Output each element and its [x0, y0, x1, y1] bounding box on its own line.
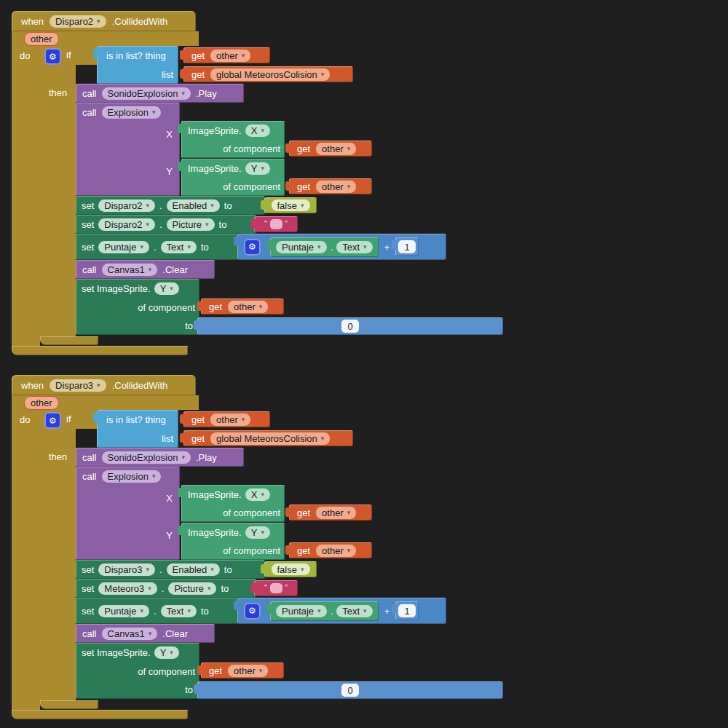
number-block[interactable]: 0 [197, 317, 503, 335]
property-dropdown[interactable]: X ▾ [245, 488, 270, 501]
get-other-block[interactable]: get other ▾ [289, 505, 372, 521]
imagesprite-x-getter-block[interactable]: ImageSprite. X ▾ of component [181, 485, 285, 522]
number-block[interactable]: 1 [395, 237, 419, 256]
imagesprite-y-getter-block[interactable]: ImageSprite. Y ▾ of component [181, 159, 285, 196]
set-text-block[interactable]: set Puntaje ▾ . Text ▾ to [76, 234, 238, 260]
get-global-list-block[interactable]: get global MeteorosColision ▾ [183, 66, 353, 82]
number-field[interactable]: 0 [341, 320, 359, 333]
number-field[interactable]: 1 [398, 604, 416, 617]
call-clear-block[interactable]: call Canvas1 ▾ .Clear [76, 260, 215, 279]
logic-false-block[interactable]: false ▾ [264, 197, 317, 213]
property-dropdown[interactable]: Text ▾ [336, 241, 372, 253]
set-picture-block[interactable]: set Meteoro3 ▾ . Picture ▾ to [76, 579, 256, 598]
if-block[interactable]: ⚙ if then is in list? thing list get oth… [40, 410, 448, 710]
if-block[interactable]: ⚙ if then is in list? thing list get oth… [40, 46, 448, 346]
component-dropdown[interactable]: Explosion ▾ [102, 106, 162, 119]
string-field[interactable] [270, 583, 282, 593]
get-other-block[interactable]: get other ▾ [201, 298, 284, 314]
property-dropdown[interactable]: Text ▾ [161, 605, 197, 617]
property-dropdown[interactable]: Text ▾ [336, 605, 372, 617]
property-dropdown[interactable]: Picture ▾ [167, 218, 215, 231]
empty-string-block[interactable]: “ ” [254, 580, 298, 596]
component-dropdown[interactable]: Disparo3 ▾ [50, 379, 106, 392]
number-block[interactable]: 0 [197, 681, 503, 699]
get-other-block[interactable]: get other ▾ [183, 47, 270, 63]
set-any-imagesprite-y-block[interactable]: set ImageSprite. Y ▾ of component to [76, 643, 381, 699]
component-dropdown[interactable]: SonidoExplosion ▾ [102, 87, 191, 100]
call-clear-block[interactable]: call Canvas1 ▾ .Clear [76, 624, 215, 643]
addition-block[interactable]: ⚙ Puntaje ▾ . Text ▾ + [237, 598, 446, 624]
number-field[interactable]: 1 [398, 240, 416, 253]
param-other-pill[interactable]: other [24, 396, 59, 410]
component-dropdown[interactable]: Canvas1 ▾ [102, 628, 158, 640]
call-explosion-body[interactable]: call Explosion ▾ X Y [76, 103, 180, 196]
set-any-imagesprite-y-block[interactable]: set ImageSprite. Y ▾ of component to [76, 279, 381, 335]
when-collidedwith-block[interactable]: when Disparo3 ▾ .CollidedWith other do ⚙… [12, 375, 456, 720]
event-header[interactable]: when Disparo2 ▾ .CollidedWith [12, 11, 196, 31]
variable-dropdown[interactable]: other ▾ [227, 664, 269, 678]
logic-dropdown[interactable]: false ▾ [272, 563, 310, 575]
number-field[interactable]: 0 [341, 684, 359, 697]
variable-dropdown[interactable]: other ▾ [315, 544, 357, 558]
variable-dropdown[interactable]: global MeteorosColision ▾ [210, 432, 331, 446]
number-block[interactable]: 1 [395, 601, 419, 620]
component-dropdown[interactable]: Canvas1 ▾ [102, 264, 158, 276]
property-dropdown[interactable]: Y ▾ [245, 526, 270, 539]
property-dropdown[interactable]: Enabled ▾ [167, 563, 220, 576]
get-other-block[interactable]: get other ▾ [289, 542, 372, 558]
variable-dropdown[interactable]: other ▾ [210, 413, 251, 427]
variable-dropdown[interactable]: global MeteorosColision ▾ [210, 68, 331, 82]
call-explosion-body[interactable]: call Explosion ▾ X Y [76, 467, 180, 560]
mutator-gear-icon[interactable]: ⚙ [244, 239, 261, 256]
get-other-block[interactable]: get other ▾ [201, 662, 284, 678]
set-picture-block[interactable]: set Disparo2 ▾ . Picture ▾ to [76, 215, 256, 234]
mutator-gear-icon[interactable]: ⚙ [244, 603, 261, 620]
call-explosion-block[interactable]: call Explosion ▾ X Y ImageSprite. [76, 103, 440, 196]
mutator-gear-icon[interactable]: ⚙ [44, 48, 61, 65]
is-in-list-block[interactable]: is in list? thing list [97, 46, 178, 84]
component-dropdown[interactable]: Puntaje ▾ [98, 605, 149, 617]
property-dropdown[interactable]: X ▾ [245, 124, 270, 137]
set-any-body[interactable]: set ImageSprite. Y ▾ of component to [76, 643, 199, 699]
component-dropdown[interactable]: Meteoro3 ▾ [98, 582, 157, 595]
call-explosion-block[interactable]: call Explosion ▾ X Y ImageSprite. [76, 467, 440, 560]
mutator-gear-icon[interactable]: ⚙ [44, 412, 61, 429]
component-dropdown[interactable]: Disparo3 ▾ [98, 563, 155, 576]
component-dropdown[interactable]: Disparo2 ▾ [50, 15, 106, 28]
variable-dropdown[interactable]: other ▾ [315, 180, 357, 194]
component-dropdown[interactable]: Disparo2 ▾ [98, 218, 155, 231]
get-global-list-block[interactable]: get global MeteorosColision ▾ [183, 430, 353, 446]
call-play-block[interactable]: call SonidoExplosion ▾ .Play [76, 84, 244, 103]
addition-block[interactable]: ⚙ Puntaje ▾ . Text ▾ + [237, 234, 446, 260]
is-in-list-block[interactable]: is in list? thing list [97, 410, 178, 448]
empty-string-block[interactable]: “ ” [254, 216, 298, 232]
set-any-body[interactable]: set ImageSprite. Y ▾ of component to [76, 279, 199, 335]
component-dropdown[interactable]: Puntaje ▾ [276, 605, 327, 617]
variable-dropdown[interactable]: other ▾ [315, 142, 357, 156]
property-dropdown[interactable]: Enabled ▾ [167, 199, 220, 212]
set-enabled-block[interactable]: set Disparo2 ▾ . Enabled ▾ to [76, 196, 265, 215]
imagesprite-x-getter-block[interactable]: ImageSprite. X ▾ of component [181, 121, 285, 158]
variable-dropdown[interactable]: other ▾ [227, 300, 269, 314]
logic-dropdown[interactable]: false ▾ [272, 199, 310, 211]
get-other-block[interactable]: get other ▾ [183, 411, 270, 427]
get-other-block[interactable]: get other ▾ [289, 141, 372, 157]
property-dropdown[interactable]: Text ▾ [161, 241, 197, 253]
component-dropdown[interactable]: Puntaje ▾ [98, 241, 149, 253]
call-play-block[interactable]: call SonidoExplosion ▾ .Play [76, 448, 244, 467]
when-collidedwith-block[interactable]: when Disparo2 ▾ .CollidedWith other do ⚙… [12, 11, 456, 356]
property-dropdown[interactable]: Picture ▾ [168, 582, 216, 595]
component-dropdown[interactable]: SonidoExplosion ▾ [102, 451, 191, 464]
property-dropdown[interactable]: Y ▾ [245, 162, 270, 175]
param-other-pill[interactable]: other [24, 32, 59, 46]
puntaje-text-getter-block[interactable]: Puntaje ▾ . Text ▾ [270, 237, 379, 257]
property-dropdown[interactable]: Y ▾ [154, 646, 179, 659]
logic-false-block[interactable]: false ▾ [264, 561, 317, 577]
component-dropdown[interactable]: Disparo2 ▾ [98, 199, 155, 212]
blocks-canvas[interactable]: when Disparo2 ▾ .CollidedWith other do ⚙… [0, 0, 728, 728]
component-dropdown[interactable]: Explosion ▾ [102, 470, 162, 483]
variable-dropdown[interactable]: other ▾ [315, 506, 357, 520]
get-other-block[interactable]: get other ▾ [289, 178, 372, 194]
set-text-block[interactable]: set Puntaje ▾ . Text ▾ to [76, 598, 238, 624]
set-enabled-block[interactable]: set Disparo3 ▾ . Enabled ▾ to [76, 560, 265, 579]
